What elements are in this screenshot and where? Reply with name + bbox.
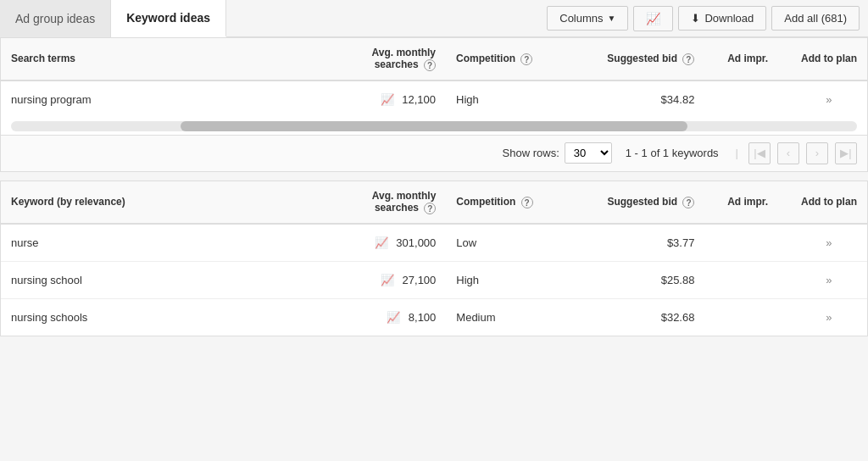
search-terms-header-row: Search terms Avg. monthly searches ? Com… [1, 38, 867, 81]
suggested-bid-cell: $25.88 [567, 261, 705, 298]
col-competition-2: Competition ? [446, 181, 566, 224]
ad-impr-cell [704, 261, 791, 298]
tab-ad-group-ideas[interactable]: Ad group ideas [0, 0, 111, 37]
download-label: Download [704, 12, 754, 25]
suggested-bid-help-icon[interactable]: ? [682, 53, 694, 65]
suggested-bid-cell: $34.82 [567, 81, 705, 118]
next-page-button[interactable]: › [806, 142, 828, 164]
chart-icon: 📈 [646, 12, 660, 25]
ad-impr-cell [704, 224, 791, 262]
searches-help-icon[interactable]: ? [424, 59, 436, 71]
table-row: nurse 📈 301,000 Low $3.77 » [1, 224, 867, 262]
searches-cell: 📈 8,100 [326, 298, 446, 336]
keyword-cell: nursing school [1, 261, 326, 298]
show-rows-control: Show rows: 30 50 100 [503, 142, 612, 164]
table-row: nursing schools 📈 8,100 Medium $32.68 » [1, 298, 867, 336]
ad-impr-cell [704, 81, 791, 118]
col-add-to-plan: Add to plan [791, 38, 867, 81]
top-bar: Ad group ideas Keyword ideas Columns ▼ 📈… [0, 0, 868, 37]
trend-icon[interactable]: 📈 [381, 274, 394, 286]
tab-keyword-ideas[interactable]: Keyword ideas [111, 0, 226, 37]
download-icon: ⬇ [691, 12, 700, 25]
horizontal-scrollbar[interactable] [11, 121, 857, 131]
col-avg-monthly-2: Avg. monthly searches ? [326, 181, 446, 224]
keyword-ideas-section: Keyword (by relevance) Avg. monthly sear… [0, 181, 868, 336]
competition-cell: Medium [446, 298, 566, 336]
keyword-cell: nursing program [1, 81, 326, 118]
ad-impr-cell [704, 298, 791, 336]
col-avg-monthly: Avg. monthly searches ? [326, 38, 446, 81]
add-to-plan-cell[interactable]: » [791, 261, 867, 298]
search-terms-table: Search terms Avg. monthly searches ? Com… [1, 38, 867, 118]
table-row: nursing program 📈 12,100 High $34.82 » [1, 81, 867, 118]
col-competition: Competition ? [446, 38, 567, 81]
scrollbar-thumb[interactable] [181, 121, 688, 131]
prev-page-button[interactable]: ‹ [777, 142, 799, 164]
add-all-label: Add all (681) [784, 12, 847, 25]
competition-cell: High [446, 81, 567, 118]
trend-icon[interactable]: 📈 [381, 93, 394, 106]
page-info: 1 - 1 of 1 keywords [626, 147, 719, 159]
add-to-plan-cell[interactable]: » [791, 298, 867, 336]
add-all-button[interactable]: Add all (681) [771, 6, 860, 31]
keyword-ideas-header-row: Keyword (by relevance) Avg. monthly sear… [1, 181, 867, 224]
col-suggested-bid: Suggested bid ? [567, 38, 705, 81]
suggested-bid-cell: $3.77 [567, 224, 705, 262]
col-suggested-bid-2: Suggested bid ? [567, 181, 705, 224]
columns-chevron-icon: ▼ [608, 14, 616, 23]
trend-icon[interactable]: 📈 [375, 236, 388, 249]
searches-cell: 📈 27,100 [326, 261, 446, 298]
columns-label: Columns [559, 12, 603, 25]
competition-help-icon-2[interactable]: ? [521, 197, 533, 208]
searches-cell: 📈 301,000 [326, 224, 446, 262]
toolbar-actions: Columns ▼ 📈 ⬇ Download Add all (681) [547, 6, 868, 31]
add-to-plan-btn[interactable]: » [826, 93, 832, 106]
rows-select[interactable]: 30 50 100 [565, 142, 612, 164]
first-page-button[interactable]: |◀ [748, 142, 771, 164]
table-row: nursing school 📈 27,100 High $25.88 » [1, 261, 867, 298]
col-ad-impr-2: Ad impr. [704, 181, 791, 224]
searches-help-icon-2[interactable]: ? [424, 203, 436, 214]
keyword-cell: nurse [1, 224, 326, 262]
add-to-plan-btn[interactable]: » [826, 274, 832, 286]
columns-button[interactable]: Columns ▼ [547, 6, 628, 31]
col-search-terms: Search terms [1, 38, 326, 81]
keyword-ideas-table: Keyword (by relevance) Avg. monthly sear… [1, 181, 867, 336]
search-terms-section: Search terms Avg. monthly searches ? Com… [0, 37, 868, 172]
competition-cell: Low [446, 224, 566, 262]
col-add-to-plan-2: Add to plan [791, 181, 867, 224]
col-keyword: Keyword (by relevance) [1, 181, 326, 224]
searches-cell: 📈 12,100 [326, 81, 446, 118]
chart-button[interactable]: 📈 [633, 6, 673, 31]
add-to-plan-btn[interactable]: » [826, 311, 832, 324]
show-rows-label: Show rows: [503, 147, 559, 159]
add-to-plan-cell[interactable]: » [791, 81, 867, 118]
download-button[interactable]: ⬇ Download [678, 6, 766, 31]
competition-cell: High [446, 261, 566, 298]
suggested-bid-cell: $32.68 [567, 298, 705, 336]
suggested-bid-help-icon-2[interactable]: ? [682, 197, 694, 208]
trend-icon[interactable]: 📈 [387, 311, 400, 324]
col-ad-impr: Ad impr. [704, 38, 791, 81]
pagination-bar: Show rows: 30 50 100 1 - 1 of 1 keywords… [1, 135, 867, 171]
page-divider: | [736, 147, 738, 159]
add-to-plan-cell[interactable]: » [791, 224, 867, 262]
last-page-button[interactable]: ▶| [835, 142, 857, 164]
add-to-plan-btn[interactable]: » [826, 236, 832, 249]
keyword-cell: nursing schools [1, 298, 326, 336]
competition-help-icon[interactable]: ? [520, 53, 532, 65]
